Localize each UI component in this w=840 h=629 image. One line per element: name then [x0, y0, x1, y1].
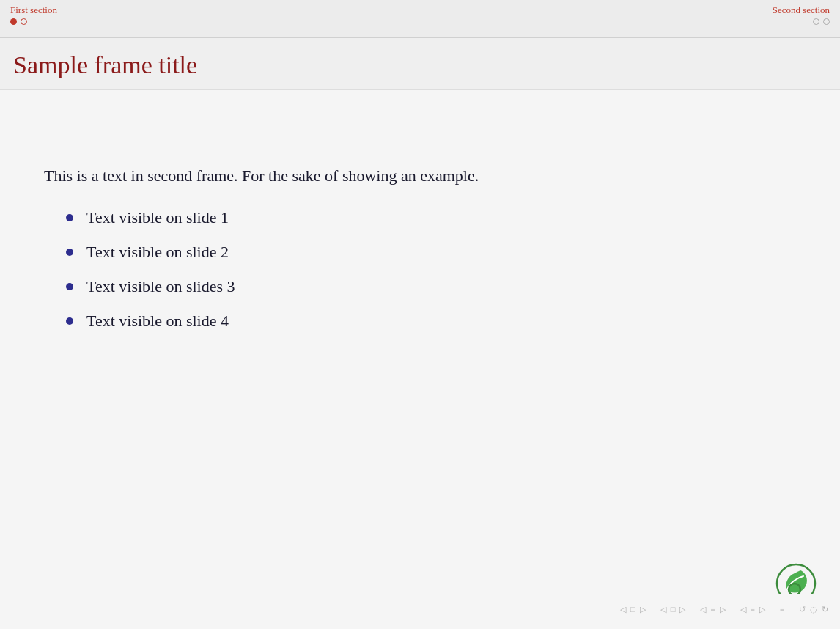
nav-frame-next[interactable]: ▷ [759, 605, 765, 614]
intro-text: This is a text in second frame. For the … [44, 163, 796, 188]
nav-section-next-button[interactable]: ▷ [679, 605, 685, 614]
first-section-label: First section [10, 4, 57, 16]
nav-frame-prev[interactable]: ◁ [740, 605, 746, 614]
second-section-label: Second section [773, 4, 830, 16]
first-section-dots [10, 18, 27, 25]
bullet-icon [66, 249, 73, 256]
nav-next-button[interactable]: ▷ [640, 605, 646, 614]
bullet-list: Text visible on slide 1 Text visible on … [44, 205, 796, 333]
dot-3-empty [813, 18, 819, 25]
frame-title: Sample frame title [13, 51, 827, 79]
list-item-text: Text visible on slide 1 [86, 205, 229, 229]
bullet-icon [66, 283, 73, 290]
dot-4-empty [823, 18, 830, 25]
nav-subsection-next[interactable]: ▷ [720, 605, 726, 614]
second-section-dots [813, 18, 830, 25]
bullet-icon [66, 214, 73, 221]
first-section-nav: First section [10, 4, 57, 25]
header: First section Second section [0, 0, 840, 38]
nav-subsection-prev[interactable]: ◁ [700, 605, 706, 614]
second-section-nav: Second section [773, 4, 830, 25]
list-item: Text visible on slide 2 [66, 240, 796, 264]
dot-1-filled [10, 18, 17, 25]
nav-frame-lines[interactable]: ≡ [751, 605, 755, 614]
footer-nav[interactable]: ◁ □ ▷ ◁ □ ▷ ◁ ≡ ▷ ◁ ≡ ▷ ≡ ↺ ◌ ↻ [620, 605, 828, 614]
list-item-text: Text visible on slides 3 [86, 274, 235, 298]
nav-subsection-lines[interactable]: ≡ [710, 605, 715, 614]
list-item-text: Text visible on slide 2 [86, 240, 229, 264]
title-bar: Sample frame title [0, 38, 840, 90]
nav-section-prev-button[interactable]: ◁ [660, 605, 666, 614]
dot-2-empty [21, 18, 27, 25]
list-item: Text visible on slides 3 [66, 274, 796, 298]
nav-first-button[interactable]: ◁ [620, 605, 626, 614]
nav-prev-button[interactable]: □ [630, 605, 635, 614]
list-item-text: Text visible on slide 4 [86, 309, 229, 333]
footer: ◁ □ ▷ ◁ □ ▷ ◁ ≡ ▷ ◁ ≡ ▷ ≡ ↺ ◌ ↻ [0, 594, 840, 629]
bullet-icon [66, 317, 73, 325]
main-content: This is a text in second frame. For the … [0, 90, 840, 358]
list-item: Text visible on slide 4 [66, 309, 796, 333]
list-item: Text visible on slide 1 [66, 205, 796, 229]
nav-lines-icon[interactable]: ≡ [780, 605, 784, 614]
nav-circle[interactable]: ◌ [810, 605, 817, 614]
nav-refresh-right[interactable]: ↻ [822, 605, 828, 614]
nav-section-box[interactable]: □ [671, 605, 676, 614]
nav-refresh-left[interactable]: ↺ [799, 605, 806, 614]
